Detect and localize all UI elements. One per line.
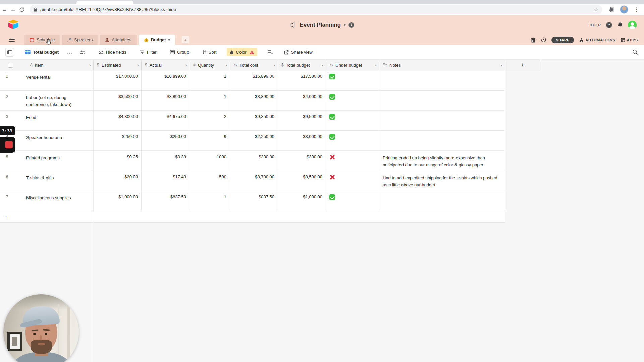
total-budget-cell[interactable]: $8,500.00 (278, 171, 326, 191)
trash-icon[interactable] (531, 37, 536, 43)
tab-speakers[interactable]: Speakers (62, 35, 98, 45)
table-row[interactable]: 5 Printed programs $0.25 $0.33 1000 $330… (0, 151, 505, 171)
column-header-notes[interactable]: Notes ▾ (379, 60, 505, 70)
actual-cell[interactable]: $250.00 (142, 131, 190, 150)
quantity-cell[interactable]: 500 (190, 171, 230, 191)
column-header-total-cost[interactable]: ƒx Total cost ▾ (230, 60, 278, 70)
actual-cell[interactable]: $17.40 (142, 171, 190, 191)
table-row[interactable]: 3 Food $4,800.00 $4,675.00 2 $9,350.00 $… (0, 111, 505, 131)
column-header-estimated[interactable]: $ Estimated ▾ (94, 60, 142, 70)
table-row[interactable]: 4 Speaker honoraria $250.00 $250.00 9 $2… (0, 131, 505, 151)
add-table-button[interactable]: + (182, 36, 189, 43)
column-caret-icon[interactable]: ▾ (274, 63, 275, 67)
item-cell[interactable]: 7 Miscellaneous supplies (0, 191, 94, 211)
column-caret-icon[interactable]: ▾ (137, 63, 139, 67)
tab-budget[interactable]: Budget ▾ (139, 35, 175, 45)
quantity-cell[interactable]: 9 (190, 131, 230, 150)
actual-cell[interactable]: $16,899.00 (142, 70, 190, 90)
collaborators-icon[interactable] (79, 50, 86, 55)
tab-caret-icon[interactable]: ▾ (168, 38, 170, 42)
under-budget-cell[interactable] (326, 191, 379, 211)
share-button[interactable]: SHARE (551, 37, 574, 43)
hide-fields-button[interactable]: Hide fields (98, 50, 126, 55)
quantity-cell[interactable]: 1 (190, 70, 230, 90)
help-question-icon[interactable]: ? (606, 22, 612, 28)
apps-button[interactable]: APPS (621, 38, 638, 42)
estimated-cell[interactable]: $20.00 (94, 171, 142, 191)
color-button[interactable]: Color (227, 48, 257, 56)
estimated-cell[interactable]: $4,800.00 (94, 111, 142, 130)
actual-cell[interactable]: $4,675.00 (142, 111, 190, 130)
help-button[interactable]: HELP (590, 23, 601, 27)
url-text[interactable]: airtable.com/tbloLYREhr1T0QjPx/viw8Bc2rK… (40, 7, 594, 12)
actual-cell[interactable]: $837.50 (142, 191, 190, 211)
table-row[interactable]: 1 Venue rental $17,000.00 $16,899.00 1 $… (0, 70, 505, 90)
add-row-button[interactable]: + (0, 211, 505, 223)
browser-reload-icon[interactable] (17, 7, 26, 12)
url-bar[interactable]: airtable.com/tbloLYREhr1T0QjPx/viw8Bc2rK… (30, 5, 602, 14)
base-title-group[interactable]: Event Planning ▾ i (290, 15, 354, 35)
estimated-cell[interactable]: $0.25 (94, 151, 142, 171)
view-sidebar-toggle-button[interactable] (5, 48, 14, 57)
sort-button[interactable]: Sort (202, 50, 217, 55)
column-caret-icon[interactable]: ▾ (322, 63, 323, 67)
table-row[interactable]: 6 T-shirts & gifts $20.00 $17.40 500 $8,… (0, 171, 505, 191)
total-cost-cell[interactable]: $2,250.00 (230, 131, 278, 150)
quantity-cell[interactable]: 2 (190, 111, 230, 130)
total-budget-cell[interactable]: $9,500.00 (278, 111, 326, 130)
filter-button[interactable]: Filter (140, 50, 157, 55)
column-caret-icon[interactable]: ▾ (501, 62, 502, 69)
actual-cell[interactable]: $3,890.00 (142, 90, 190, 110)
frozen-column-divider[interactable] (94, 60, 94, 362)
browser-back-icon[interactable]: ← (0, 6, 9, 13)
under-budget-cell[interactable] (326, 90, 379, 110)
table-row[interactable]: 7 Miscellaneous supplies $1,000.00 $837.… (0, 191, 505, 211)
total-budget-cell[interactable]: $1,000.00 (278, 191, 326, 211)
total-cost-cell[interactable]: $837.50 (230, 191, 278, 211)
notes-cell[interactable] (379, 111, 505, 130)
select-all-checkbox[interactable] (8, 63, 13, 68)
quantity-cell[interactable]: 1 (190, 90, 230, 110)
add-field-button[interactable]: + (505, 60, 540, 70)
airtable-logo-icon[interactable] (7, 19, 19, 29)
column-caret-icon[interactable]: ▾ (185, 63, 187, 67)
automations-button[interactable]: AUTOMATIONS (579, 38, 615, 42)
quantity-cell[interactable]: 1 (190, 191, 230, 211)
estimated-cell[interactable]: $3,500.00 (94, 90, 142, 110)
under-budget-cell[interactable] (326, 131, 379, 150)
total-budget-cell[interactable]: $300.00 (278, 151, 326, 171)
under-budget-cell[interactable] (326, 171, 379, 191)
estimated-cell[interactable]: $17,000.00 (94, 70, 142, 90)
base-info-icon[interactable]: i (349, 22, 354, 28)
notes-cell[interactable] (379, 191, 505, 211)
column-header-quantity[interactable]: # Quantity ▾ (190, 60, 230, 70)
view-switcher[interactable]: Total budget (25, 50, 59, 55)
notes-cell[interactable] (379, 70, 505, 90)
sidebar-menu-icon[interactable] (9, 37, 15, 43)
column-header-item[interactable]: A Item ▾ (0, 60, 94, 70)
notes-cell[interactable] (379, 131, 505, 150)
notifications-bell-icon[interactable] (617, 22, 623, 28)
column-caret-icon[interactable]: ▾ (375, 63, 377, 67)
share-view-button[interactable]: Share view (284, 50, 313, 55)
row-height-button[interactable] (267, 50, 273, 55)
tab-schedule[interactable]: Schedule (24, 35, 60, 45)
notes-cell[interactable]: Printing ended up being slightly more ex… (379, 151, 505, 171)
stop-recording-button[interactable] (0, 137, 15, 153)
extensions-puzzle-icon[interactable] (608, 7, 614, 12)
bookmark-star-icon[interactable]: ☆ (594, 7, 598, 13)
actual-cell[interactable]: $0.33 (142, 151, 190, 171)
item-cell[interactable]: 2 Labor (set up, during conference, take… (0, 90, 94, 110)
column-header-actual[interactable]: $ Actual ▾ (142, 60, 190, 70)
quantity-cell[interactable]: 1000 (190, 151, 230, 171)
estimated-cell[interactable]: $250.00 (94, 131, 142, 150)
under-budget-cell[interactable] (326, 111, 379, 130)
browser-menu-icon[interactable]: ⋮ (634, 6, 639, 13)
under-budget-cell[interactable] (326, 70, 379, 90)
notes-cell[interactable]: Had to add expedited shipping for the t-… (379, 171, 505, 191)
item-cell[interactable]: 6 T-shirts & gifts (0, 171, 94, 191)
browser-profile-avatar[interactable] (620, 5, 628, 14)
total-cost-cell[interactable]: $330.00 (230, 151, 278, 171)
search-icon[interactable] (632, 49, 638, 55)
total-cost-cell[interactable]: $8,700.00 (230, 171, 278, 191)
